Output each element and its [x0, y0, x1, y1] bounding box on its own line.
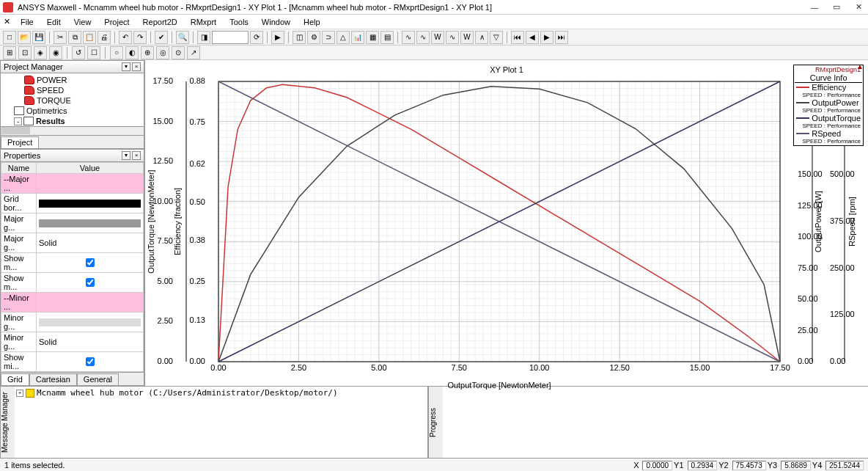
prop-name[interactable]: Major g...: [1, 233, 37, 253]
last-button[interactable]: ⏭: [555, 31, 568, 44]
open-button[interactable]: 📂: [18, 31, 31, 44]
wave5-icon[interactable]: W: [460, 31, 474, 44]
minimize-button[interactable]: —: [808, 1, 821, 14]
prop-name[interactable]: Grid bor...: [1, 194, 37, 213]
refresh-button[interactable]: ⟳: [250, 31, 263, 44]
menu-report2d[interactable]: Report2D: [137, 16, 183, 28]
prop-pin-icon[interactable]: ▾: [122, 151, 130, 160]
wave4-icon[interactable]: ∿: [446, 31, 459, 44]
dv-button[interactable]: ◫: [293, 31, 306, 44]
project-tree[interactable]: POWERSPEEDTORQUEOptimetrics-Results+Curr…: [0, 73, 144, 127]
prop-value[interactable]: [37, 313, 144, 332]
legend-item[interactable]: OutputPower: [795, 98, 862, 107]
tree-item[interactable]: Optimetrics: [1, 106, 144, 116]
t2-i[interactable]: ⊕: [141, 46, 154, 59]
undo-button[interactable]: ↶: [119, 31, 132, 44]
prop-value[interactable]: [37, 352, 144, 372]
t2-j[interactable]: ◎: [156, 46, 169, 59]
wave6-icon[interactable]: ∧: [475, 31, 488, 44]
prop-name[interactable]: Minor g...: [1, 313, 37, 332]
prev-button[interactable]: ◀: [526, 31, 539, 44]
col-value[interactable]: Value: [37, 163, 144, 174]
tree-item[interactable]: SPEED: [1, 85, 144, 95]
print-button[interactable]: 🖨: [98, 31, 111, 44]
copy-button[interactable]: ⧉: [68, 31, 81, 44]
legend-item[interactable]: OutputTorque: [795, 114, 862, 123]
mdi-close-icon[interactable]: ✕: [1, 17, 12, 27]
checkbox[interactable]: [86, 357, 95, 366]
validate-button[interactable]: ✔: [155, 31, 168, 44]
pm-pin-icon[interactable]: ▾: [122, 62, 130, 71]
prop-close-icon[interactable]: ×: [132, 151, 141, 160]
cut-button[interactable]: ✂: [54, 31, 67, 44]
design-button[interactable]: ⚙: [307, 31, 320, 44]
prop-value[interactable]: [37, 174, 144, 194]
magnet-icon[interactable]: ⊃: [322, 31, 335, 44]
prop-name[interactable]: Show m...: [1, 273, 37, 293]
checkbox[interactable]: [86, 278, 95, 287]
prop-value[interactable]: [37, 253, 144, 273]
legend[interactable]: RMxprtDesign1 Curve Info EfficiencySPEED…: [793, 65, 864, 146]
t2-d[interactable]: ◉: [49, 46, 62, 59]
toggle-button[interactable]: ◨: [197, 31, 210, 44]
prop-value[interactable]: [37, 194, 144, 213]
t2-h[interactable]: ◐: [125, 46, 139, 59]
paste-button[interactable]: 📋: [83, 31, 96, 44]
xy-plot-chart[interactable]: XY Plot 10.002.505.007.5010.0012.5015.00…: [145, 60, 868, 392]
t2-g[interactable]: ○: [110, 46, 123, 59]
message-pane[interactable]: + Mcnamm wheel hub motor (C:/Users/Admin…: [15, 387, 428, 458]
prop-value[interactable]: Solid: [37, 233, 144, 253]
col-name[interactable]: Name: [1, 163, 37, 174]
menu-window[interactable]: Window: [256, 16, 296, 28]
legend-item[interactable]: RSpeed: [795, 129, 862, 138]
menu-edit[interactable]: Edit: [41, 16, 67, 28]
menu-help[interactable]: Help: [298, 16, 326, 28]
expand-icon[interactable]: +: [16, 390, 23, 397]
prop-value[interactable]: [37, 293, 144, 313]
checkbox[interactable]: [86, 258, 95, 267]
close-button[interactable]: ✕: [852, 1, 865, 14]
menu-rmxprt[interactable]: RMxprt: [185, 16, 222, 28]
wave1-icon[interactable]: ∿: [402, 31, 415, 44]
tree-item[interactable]: -Results: [1, 116, 144, 126]
menu-view[interactable]: View: [68, 16, 98, 28]
menu-file[interactable]: File: [15, 16, 40, 28]
menu-project[interactable]: Project: [98, 16, 135, 28]
prop-name[interactable]: Minor g...: [1, 332, 37, 352]
redo-button[interactable]: ↷: [133, 31, 147, 44]
prop-value[interactable]: Solid: [37, 332, 144, 352]
next-button[interactable]: ▶: [540, 31, 553, 44]
t2-l[interactable]: ↗: [187, 46, 200, 59]
combo-1[interactable]: [212, 31, 249, 44]
prop-value[interactable]: [37, 273, 144, 293]
tab-cartesian[interactable]: Cartesian: [29, 373, 77, 385]
project-tab[interactable]: Project: [1, 136, 39, 148]
maximize-button[interactable]: ▭: [830, 1, 843, 14]
prop-name[interactable]: --Minor ...: [1, 293, 37, 313]
prop-name[interactable]: --Major ...: [1, 174, 37, 194]
t2-a[interactable]: ⊞: [3, 46, 16, 59]
prop-name[interactable]: Show mi...: [1, 352, 37, 372]
t2-e[interactable]: ↺: [72, 46, 85, 59]
report-button[interactable]: ▤: [380, 31, 394, 44]
tree-toggle-icon[interactable]: -: [14, 117, 22, 125]
zoom-button[interactable]: 🔍: [176, 31, 189, 44]
tree-item[interactable]: TORQUE: [1, 95, 144, 106]
new-button[interactable]: □: [3, 31, 16, 44]
t2-f[interactable]: ☐: [87, 46, 100, 59]
prop-name[interactable]: Show m...: [1, 253, 37, 273]
first-button[interactable]: ⏮: [511, 31, 524, 44]
menu-tools[interactable]: Tools: [224, 16, 254, 28]
pm-close-icon[interactable]: ×: [132, 62, 141, 71]
chart-button[interactable]: 📊: [351, 31, 364, 44]
t2-k[interactable]: ⊙: [172, 46, 185, 59]
tree-item[interactable]: POWER: [1, 75, 144, 85]
properties-grid[interactable]: NameValue --Major ...Grid bor...Major g.…: [0, 162, 144, 373]
legend-item[interactable]: Efficiency: [795, 83, 862, 92]
prop-value[interactable]: [37, 213, 144, 233]
flag-icon[interactable]: ▲: [856, 62, 864, 70]
tab-grid[interactable]: Grid: [1, 373, 29, 385]
table-button[interactable]: ▦: [366, 31, 379, 44]
opti-button[interactable]: △: [336, 31, 350, 44]
save-button[interactable]: 💾: [32, 31, 45, 44]
